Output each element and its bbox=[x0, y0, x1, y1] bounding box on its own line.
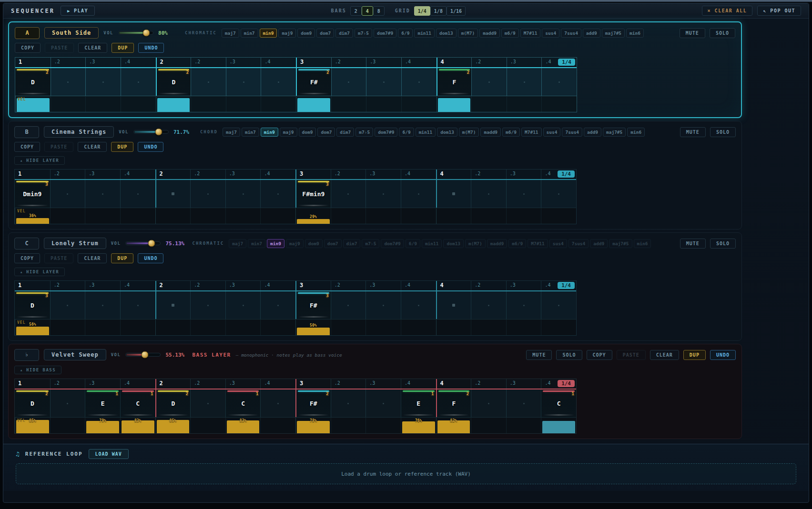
step-cell-note[interactable]: 2F bbox=[436, 389, 471, 417]
chord-type-min9[interactable]: min9 bbox=[267, 239, 284, 248]
velocity-bar[interactable] bbox=[542, 421, 575, 433]
mute-button[interactable]: MUTE bbox=[680, 127, 706, 137]
undo-button[interactable]: UNDO bbox=[710, 350, 736, 360]
copy-button[interactable]: COPY bbox=[14, 142, 40, 152]
track-name[interactable]: South Side bbox=[44, 27, 99, 39]
chord-type-dom13[interactable]: dom13 bbox=[443, 239, 464, 248]
step-cell-empty[interactable] bbox=[436, 291, 471, 319]
chord-type-add9[interactable]: add9 bbox=[584, 128, 601, 137]
chord-type-min7[interactable]: min7 bbox=[248, 239, 265, 248]
step-cell-empty[interactable] bbox=[507, 68, 542, 96]
velocity-cell[interactable] bbox=[331, 319, 366, 335]
paste-button[interactable]: PASTE bbox=[44, 253, 73, 263]
chord-type-7sus4[interactable]: 7sus4 bbox=[568, 239, 589, 248]
step-cell-empty[interactable] bbox=[331, 291, 366, 319]
velocity-cell[interactable] bbox=[51, 96, 86, 112]
chord-type-sus4[interactable]: sus4 bbox=[543, 128, 561, 137]
velocity-cell[interactable]: 82% bbox=[436, 418, 471, 433]
clear-button[interactable]: CLEAR bbox=[78, 253, 107, 263]
step-cell-empty[interactable] bbox=[401, 291, 436, 319]
chord-type-min9[interactable]: min9 bbox=[260, 29, 277, 38]
velocity-cell[interactable] bbox=[120, 208, 155, 224]
step-cell-note[interactable]: 2F# bbox=[296, 68, 331, 96]
step-cell-note[interactable]: 2F bbox=[436, 68, 472, 96]
velocity-cell[interactable] bbox=[156, 96, 191, 112]
velocity-cell[interactable] bbox=[50, 319, 85, 335]
paste-button[interactable]: PASTE bbox=[45, 43, 74, 53]
velocity-cell[interactable] bbox=[296, 96, 331, 112]
copy-button[interactable]: COPY bbox=[15, 43, 41, 53]
step-cell-empty[interactable] bbox=[436, 180, 471, 208]
volume-slider-knob[interactable] bbox=[142, 351, 149, 359]
dup-button[interactable]: DUP bbox=[111, 142, 133, 152]
mute-button[interactable]: MUTE bbox=[680, 28, 705, 38]
step-cell-empty[interactable] bbox=[51, 68, 86, 96]
chord-type-m-m7-[interactable]: m(M7) bbox=[459, 128, 479, 137]
step-cell-empty[interactable] bbox=[85, 180, 120, 208]
step-cell-note[interactable]: 2D bbox=[156, 68, 191, 96]
copy-button[interactable]: COPY bbox=[14, 253, 40, 263]
chord-type-dom13[interactable]: dom13 bbox=[436, 29, 457, 38]
velocity-cell[interactable] bbox=[260, 208, 295, 224]
chord-type-maj7-5[interactable]: maj7#5 bbox=[603, 128, 626, 137]
velocity-bar[interactable] bbox=[16, 218, 49, 224]
chord-type-min11[interactable]: min11 bbox=[414, 29, 435, 38]
velocity-cell[interactable] bbox=[541, 319, 576, 335]
reference-loop-dropzone[interactable]: Load a drum loop or reference track (WAV… bbox=[16, 463, 796, 484]
grid-resolution-badge[interactable]: 1/4 bbox=[558, 59, 575, 66]
chord-type-6-9[interactable]: 6/9 bbox=[399, 128, 414, 137]
velocity-cell[interactable] bbox=[471, 418, 506, 433]
step-cell-empty[interactable] bbox=[191, 68, 226, 96]
velocity-cell[interactable] bbox=[401, 96, 436, 112]
step-cell-empty[interactable] bbox=[541, 68, 577, 96]
step-cell-empty[interactable] bbox=[50, 389, 85, 417]
chord-type-min11[interactable]: min11 bbox=[416, 128, 436, 137]
velocity-cell[interactable]: VEL bbox=[15, 96, 51, 112]
velocity-cell[interactable] bbox=[401, 208, 436, 224]
step-cell-note[interactable]: 1E bbox=[401, 389, 436, 417]
velocity-cell[interactable] bbox=[155, 319, 191, 335]
chord-type-maj7[interactable]: maj7 bbox=[223, 128, 240, 137]
chord-type-sus4[interactable]: sus4 bbox=[542, 29, 559, 38]
velocity-cell[interactable] bbox=[261, 96, 296, 112]
chord-type-maj7-5[interactable]: maj7#5 bbox=[609, 239, 632, 248]
step-cell-empty[interactable] bbox=[260, 389, 295, 417]
mute-button[interactable]: MUTE bbox=[680, 239, 706, 249]
bars-option-2[interactable]: 2 bbox=[350, 6, 362, 16]
step-cell-empty[interactable] bbox=[506, 180, 541, 208]
chord-type-m6-9[interactable]: m6/9 bbox=[501, 29, 519, 38]
velocity-cell[interactable] bbox=[401, 319, 436, 335]
chord-type-maj9[interactable]: maj9 bbox=[278, 29, 296, 38]
paste-button[interactable]: PASTE bbox=[44, 142, 73, 152]
hide-layer-button[interactable]: ▴HIDE LAYER bbox=[14, 268, 65, 276]
velocity-cell[interactable] bbox=[365, 208, 401, 224]
velocity-bar[interactable] bbox=[438, 98, 471, 112]
velocity-cell[interactable] bbox=[506, 319, 541, 335]
velocity-bar[interactable] bbox=[297, 219, 330, 224]
volume-slider-knob[interactable] bbox=[155, 129, 162, 136]
velocity-cell[interactable]: 83% bbox=[225, 418, 261, 433]
chord-type-6-9[interactable]: 6/9 bbox=[398, 29, 413, 38]
mute-button[interactable]: MUTE bbox=[526, 350, 552, 360]
dup-button[interactable]: DUP bbox=[683, 350, 706, 360]
velocity-cell[interactable] bbox=[190, 319, 225, 335]
chord-type-sus4[interactable]: sus4 bbox=[549, 239, 567, 248]
velocity-cell[interactable]: 29% bbox=[295, 208, 331, 224]
step-cell-empty[interactable] bbox=[85, 291, 120, 319]
step-cell-empty[interactable] bbox=[85, 68, 121, 96]
step-cell-empty[interactable] bbox=[190, 180, 225, 208]
copy-button[interactable]: COPY bbox=[587, 350, 612, 360]
chord-type-add9[interactable]: add9 bbox=[583, 29, 600, 38]
chord-type-min7[interactable]: min7 bbox=[242, 128, 259, 137]
step-cell-empty[interactable] bbox=[471, 291, 506, 319]
play-button[interactable]: ▶ PLAY bbox=[61, 6, 95, 16]
velocity-cell[interactable] bbox=[506, 418, 541, 433]
bars-option-8[interactable]: 8 bbox=[373, 6, 385, 16]
chord-type-dom9[interactable]: dom9 bbox=[297, 29, 315, 38]
chord-type-dim7[interactable]: dim7 bbox=[343, 239, 361, 248]
chord-type-dom13[interactable]: dom13 bbox=[437, 128, 457, 137]
chord-type-m7-11[interactable]: M7#11 bbox=[528, 239, 548, 248]
velocity-cell[interactable] bbox=[85, 208, 120, 224]
velocity-cell[interactable]: 83% bbox=[120, 418, 155, 433]
chord-type-dom9[interactable]: dom9 bbox=[305, 239, 323, 248]
